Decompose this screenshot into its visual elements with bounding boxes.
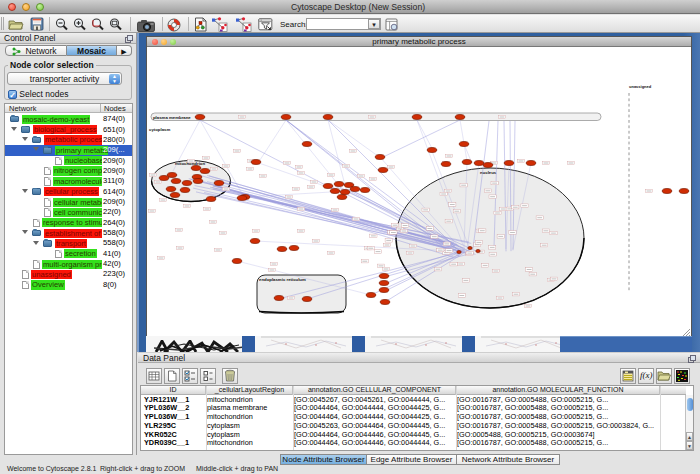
svg-text:endoplasmic reticulum: endoplasmic reticulum [259,277,306,282]
svg-text:plasma membrane: plasma membrane [153,115,191,120]
svg-text:unassigned: unassigned [629,84,652,89]
svg-text:cytoplasm: cytoplasm [149,127,170,132]
